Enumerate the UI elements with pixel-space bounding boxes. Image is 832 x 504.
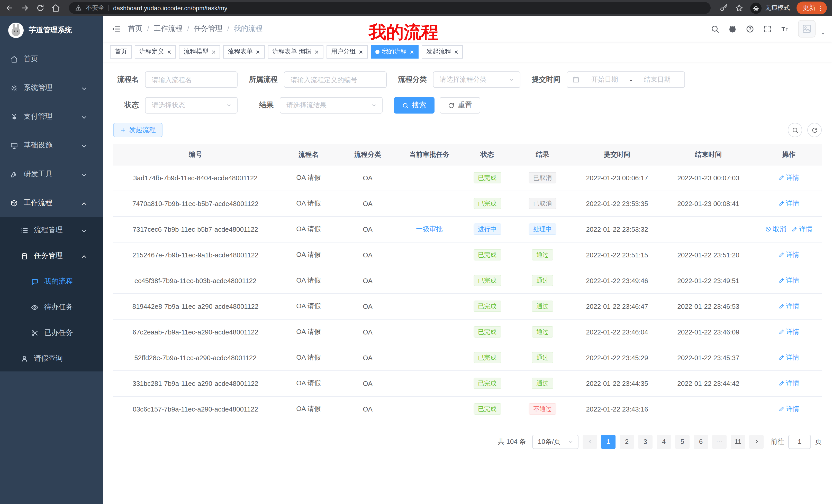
page-button-6[interactable]: 6: [694, 435, 708, 449]
edit-icon: [778, 277, 784, 284]
page-button-5[interactable]: 5: [675, 435, 690, 449]
page-more-button[interactable]: ···: [712, 435, 727, 449]
font-size-icon[interactable]: TT: [781, 24, 789, 33]
page-button-1[interactable]: 1: [601, 435, 616, 449]
sidebar-item-process-mgmt[interactable]: 流程管理: [0, 217, 103, 243]
toggle-search-button[interactable]: [788, 123, 802, 137]
incognito-badge: 无痕模式: [750, 2, 790, 13]
sidebar-item-infrastructure[interactable]: 基础设施: [0, 131, 103, 160]
breadcrumb-item[interactable]: 首页: [128, 24, 142, 33]
header-search-icon[interactable]: [711, 24, 719, 33]
status-tag: 已完成: [473, 326, 501, 338]
page-button-11[interactable]: 11: [731, 435, 745, 449]
tab-process-model[interactable]: 流程模型×: [179, 45, 220, 58]
result-select[interactable]: 请选择流结果: [280, 97, 383, 114]
page-button-4[interactable]: 4: [657, 435, 671, 449]
tab-process-form[interactable]: 流程表单×: [224, 45, 265, 58]
page-button-3[interactable]: 3: [638, 435, 653, 449]
row-action-detail[interactable]: 详情: [778, 327, 799, 337]
breadcrumb-item[interactable]: 工作流程: [154, 24, 183, 33]
sidebar-item-task-mgmt[interactable]: 任务管理: [0, 243, 103, 269]
row-action-detail[interactable]: 详情: [778, 353, 799, 362]
app-logo[interactable]: 芋道管理系统: [0, 16, 103, 45]
cell-current-task: [396, 165, 463, 191]
tab-start-process[interactable]: 发起流程×: [422, 45, 463, 58]
process-def-input[interactable]: [284, 72, 387, 88]
address-bar[interactable]: 不安全 dashboard.yudao.iocoder.cn/bpm/task/…: [69, 2, 711, 14]
browser-reload-icon[interactable]: [36, 4, 45, 12]
close-tab-icon[interactable]: ×: [314, 48, 318, 55]
cell-actions: 详情: [756, 293, 822, 319]
breadcrumb-item[interactable]: 任务管理: [194, 24, 223, 33]
cell-process-name: OA 请假: [278, 191, 339, 216]
cell-status: 已完成: [463, 165, 512, 191]
fullscreen-icon[interactable]: [763, 24, 772, 33]
help-icon[interactable]: [746, 24, 754, 33]
browser-forward-icon[interactable]: [21, 4, 29, 12]
cell-category: OA: [339, 268, 396, 293]
row-action-detail[interactable]: 详情: [778, 404, 799, 414]
close-tab-icon[interactable]: ×: [454, 48, 458, 55]
tab-my-process[interactable]: 我的流程×: [371, 45, 419, 58]
chevron-down-icon: [80, 227, 88, 235]
browser-home-icon[interactable]: [51, 4, 60, 12]
row-action-cancel[interactable]: 取消: [765, 225, 786, 234]
github-icon[interactable]: [728, 24, 737, 33]
row-action-detail[interactable]: 详情: [778, 302, 799, 311]
refresh-table-button[interactable]: [807, 123, 822, 137]
row-action-detail[interactable]: 详情: [778, 276, 799, 285]
close-tab-icon[interactable]: ×: [410, 48, 414, 55]
user-avatar[interactable]: [798, 20, 815, 37]
browser-menu-icon[interactable]: [817, 4, 824, 11]
start-process-button[interactable]: 发起流程: [113, 123, 162, 137]
sidebar-item-todo-task[interactable]: 待办任务: [0, 295, 103, 320]
reset-button[interactable]: 重置: [440, 97, 480, 114]
tab-home[interactable]: 首页: [110, 45, 132, 58]
prev-page-button[interactable]: [582, 435, 597, 449]
row-action-detail[interactable]: 详情: [778, 250, 799, 259]
sidebar: 芋道管理系统 首页系统管理支付管理基础设施研发工具工作流程流程管理任务管理我的流…: [0, 16, 103, 504]
row-action-detail[interactable]: 详情: [778, 199, 799, 208]
cell-actions: 详情: [756, 370, 822, 396]
close-tab-icon[interactable]: ×: [256, 48, 260, 55]
date-separator: -: [630, 76, 632, 83]
category-select[interactable]: 请选择流程分类: [433, 72, 520, 88]
table-row: 7470a810-7b9b-11ec-b5b7-acde48001122OA 请…: [113, 191, 822, 216]
next-page-button[interactable]: [749, 435, 763, 449]
sidebar-item-leave-query[interactable]: 请假查询: [0, 346, 103, 371]
goto-page-input[interactable]: [788, 435, 811, 449]
sidebar-item-my-process[interactable]: 我的流程: [0, 269, 103, 295]
close-tab-icon[interactable]: ×: [167, 48, 171, 55]
update-button[interactable]: 更新: [797, 2, 827, 15]
page-button-2[interactable]: 2: [620, 435, 634, 449]
tab-user-group[interactable]: 用户分组×: [327, 45, 368, 58]
process-name-input[interactable]: [145, 72, 238, 88]
close-tab-icon[interactable]: ×: [211, 48, 215, 55]
status-select[interactable]: 请选择状态: [145, 97, 238, 114]
tab-process-definition[interactable]: 流程定义×: [135, 45, 176, 58]
user-menu-caret-icon[interactable]: [820, 31, 826, 36]
sidebar-item-dev-tools[interactable]: 研发工具: [0, 160, 103, 189]
sidebar-item-workflow[interactable]: 工作流程: [0, 189, 103, 217]
current-task-link[interactable]: 一级审批: [416, 225, 443, 233]
sidebar-item-done-task[interactable]: 已办任务: [0, 320, 103, 346]
close-tab-icon[interactable]: ×: [359, 48, 363, 55]
row-action-detail[interactable]: 详情: [778, 379, 799, 388]
bookmark-star-icon[interactable]: [735, 4, 744, 12]
action-label: 详情: [786, 379, 799, 388]
page-size-select[interactable]: 10条/页: [532, 435, 578, 449]
table-row: 67c2eaab-7b9a-11ec-a290-acde48001122OA 请…: [113, 319, 822, 345]
browser-back-icon[interactable]: [5, 4, 14, 12]
search-button[interactable]: 搜索: [394, 97, 435, 114]
sidebar-item-label: 首页: [24, 54, 38, 64]
cell-submit-time: 2022-01-22 23:49:46: [573, 268, 661, 293]
sidebar-toggle-icon[interactable]: [111, 24, 121, 34]
sidebar-item-payment[interactable]: 支付管理: [0, 102, 103, 131]
submit-time-range[interactable]: 开始日期 - 结束日期: [567, 72, 685, 88]
password-key-icon[interactable]: [719, 4, 728, 12]
sidebar-item-system[interactable]: 系统管理: [0, 74, 103, 102]
row-action-detail[interactable]: 详情: [791, 225, 812, 234]
row-action-detail[interactable]: 详情: [778, 173, 799, 183]
sidebar-item-home[interactable]: 首页: [0, 45, 103, 74]
tab-process-form-edit[interactable]: 流程表单-编辑×: [268, 45, 323, 58]
